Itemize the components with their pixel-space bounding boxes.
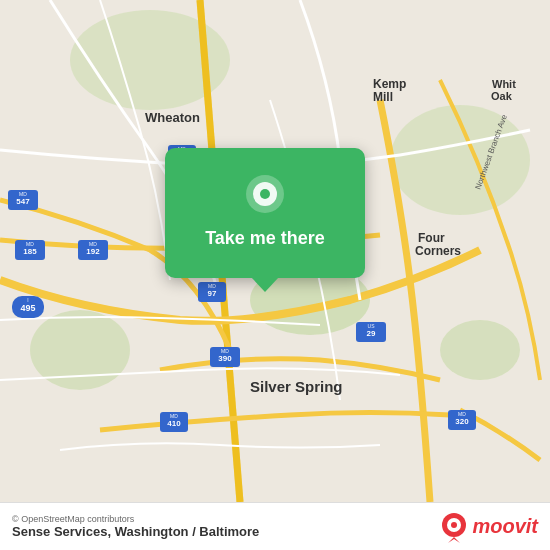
svg-text:MD: MD [170, 413, 178, 419]
svg-text:MD: MD [208, 283, 216, 289]
popup-card: Take me there [165, 148, 365, 278]
map-pin-icon [245, 174, 285, 214]
svg-text:192: 192 [86, 247, 100, 256]
svg-text:185: 185 [23, 247, 37, 256]
svg-text:29: 29 [367, 329, 376, 338]
moovit-logo: moovit [440, 511, 538, 543]
take-me-there-button[interactable]: Take me there [193, 224, 337, 253]
svg-text:495: 495 [20, 303, 35, 313]
svg-point-49 [260, 189, 270, 199]
svg-text:MD: MD [221, 348, 229, 354]
svg-text:97: 97 [208, 289, 217, 298]
svg-text:410: 410 [167, 419, 181, 428]
moovit-text: moovit [472, 515, 538, 538]
svg-text:320: 320 [455, 417, 469, 426]
svg-text:Corners: Corners [415, 244, 461, 258]
svg-text:Four: Four [418, 231, 445, 245]
svg-text:MD: MD [26, 241, 34, 247]
svg-text:MD: MD [458, 411, 466, 417]
svg-point-52 [451, 522, 457, 528]
bottom-bar: © OpenStreetMap contributors Sense Servi… [0, 502, 550, 550]
map-container: 97 MD 547 MD 185 MD 192 MD 97 MD 495 I 3… [0, 0, 550, 550]
svg-text:Whit: Whit [492, 78, 516, 90]
svg-text:US: US [368, 323, 376, 329]
svg-text:Kemp: Kemp [373, 77, 406, 91]
moovit-pin-icon [440, 511, 468, 543]
svg-text:I: I [27, 297, 28, 303]
svg-text:Silver Spring: Silver Spring [250, 378, 343, 395]
svg-text:Oak: Oak [491, 90, 513, 102]
svg-text:390: 390 [218, 354, 232, 363]
bottom-bar-left: © OpenStreetMap contributors Sense Servi… [12, 514, 259, 539]
svg-text:MD: MD [19, 191, 27, 197]
svg-text:Wheaton: Wheaton [145, 110, 200, 125]
svg-text:Mill: Mill [373, 90, 393, 104]
svg-text:MD: MD [89, 241, 97, 247]
svg-point-5 [440, 320, 520, 380]
location-name: Sense Services, Washington / Baltimore [12, 524, 259, 539]
osm-attribution: © OpenStreetMap contributors [12, 514, 259, 524]
svg-text:547: 547 [16, 197, 30, 206]
